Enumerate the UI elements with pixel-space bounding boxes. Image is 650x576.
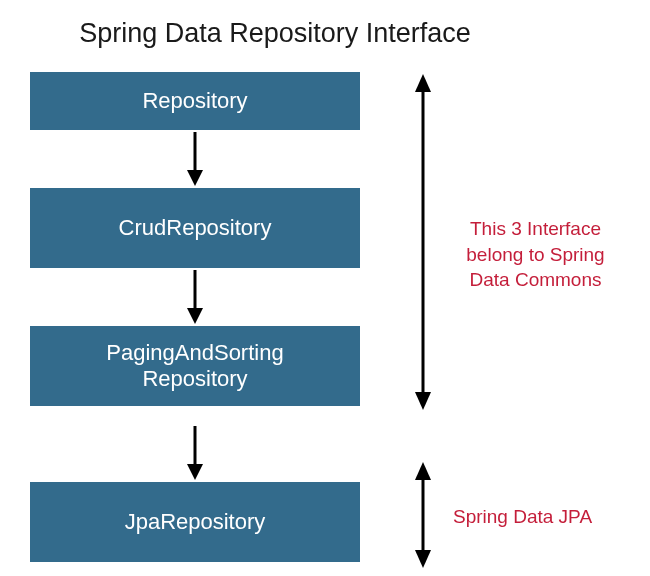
svg-marker-8: [415, 392, 431, 410]
svg-marker-11: [415, 550, 431, 568]
box-repository: Repository: [30, 72, 360, 130]
svg-marker-5: [187, 464, 203, 480]
arrow-connector-3: [30, 424, 360, 482]
box-paging-sorting-repository: PagingAndSorting Repository: [30, 326, 360, 406]
diagram-container: Repository CrudRepository PagingAndSorti…: [30, 72, 620, 562]
arrow-down-icon: [185, 130, 205, 188]
paging-line-1: PagingAndSorting: [106, 340, 283, 366]
svg-marker-3: [187, 308, 203, 324]
annotation-jpa: Spring Data JPA: [453, 504, 628, 530]
arrow-down-icon: [185, 424, 205, 482]
bracket-commons-icon: [398, 72, 448, 412]
annotation-commons: This 3 Interface belong to Spring Data C…: [448, 216, 623, 293]
bracket-jpa-icon: [398, 460, 448, 570]
box-jpa-repository: JpaRepository: [30, 482, 360, 562]
svg-marker-10: [415, 462, 431, 480]
svg-marker-7: [415, 74, 431, 92]
arrow-connector-2: [30, 268, 360, 326]
svg-marker-1: [187, 170, 203, 186]
box-crud-repository: CrudRepository: [30, 188, 360, 268]
arrow-connector-1: [30, 130, 360, 188]
arrow-down-icon: [185, 268, 205, 326]
diagram-title: Spring Data Repository Interface: [0, 0, 650, 49]
paging-line-2: Repository: [106, 366, 283, 392]
